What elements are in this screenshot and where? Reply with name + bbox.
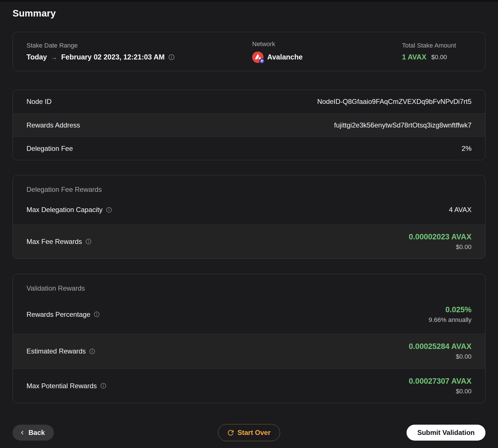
- avalanche-icon: P: [252, 52, 264, 63]
- info-icon[interactable]: [168, 54, 175, 60]
- node-id-value: NodeID-Q8Gfaaio9FAqCmZVEXDq9bFvNPvDi7rt5: [317, 98, 472, 106]
- network-name: Avalanche: [267, 53, 303, 61]
- max-potential-rewards-text: Max Potential Rewards: [26, 382, 97, 390]
- row-delegation-fee: Delegation Fee 2%: [13, 137, 485, 160]
- arrow-right-icon: →: [51, 53, 58, 61]
- stake-date-range: Stake Date Range Today → February 02 202…: [26, 42, 252, 61]
- node-id-label: Node ID: [26, 98, 52, 106]
- max-potential-rewards-label: Max Potential Rewards: [26, 382, 106, 390]
- max-fee-rewards-label: Max Fee Rewards: [26, 238, 91, 246]
- row-max-fee-rewards: Max Fee Rewards 0.00002023 AVAX $0.00: [13, 224, 485, 258]
- max-fee-rewards-cell: 0.00002023 AVAX $0.00: [409, 233, 472, 251]
- max-delegation-capacity-value: 4 AVAX: [449, 206, 472, 214]
- total-stake-amount: 1 AVAX: [402, 53, 426, 61]
- estimated-rewards-value: 0.00025284 AVAX: [409, 342, 472, 351]
- overview-card: Stake Date Range Today → February 02 202…: [13, 32, 485, 71]
- max-potential-rewards-value: 0.00027307 AVAX: [409, 377, 472, 386]
- max-fee-rewards-text: Max Fee Rewards: [26, 238, 82, 246]
- row-node-id: Node ID NodeID-Q8Gfaaio9FAqCmZVEXDq9bFvN…: [13, 90, 485, 113]
- max-delegation-capacity-label: Max Delegation Capacity: [26, 206, 112, 214]
- rewards-percentage-cell: 0.025% 9.66% annually: [429, 305, 472, 324]
- node-details-card: Node ID NodeID-Q8Gfaaio9FAqCmZVEXDq9bFvN…: [13, 90, 485, 160]
- estimated-rewards-cell: 0.00025284 AVAX $0.00: [409, 342, 472, 360]
- summary-page: Summary Stake Date Range Today → Februar…: [0, 8, 498, 441]
- rewards-percentage-annual: 9.66% annually: [429, 316, 472, 324]
- start-over-label: Start Over: [237, 429, 270, 437]
- row-max-potential-rewards: Max Potential Rewards 0.00027307 AVAX $0…: [13, 369, 485, 403]
- date-to: February 02 2023, 12:21:03 AM: [61, 53, 165, 61]
- delegation-fee-value: 2%: [462, 145, 472, 153]
- submit-validation-label: Submit Validation: [417, 429, 475, 437]
- max-potential-rewards-usd: $0.00: [456, 388, 472, 395]
- network-label: Network: [252, 40, 402, 48]
- rewards-percentage-text: Rewards Percentage: [26, 311, 90, 318]
- network: Network P Avalanche: [252, 40, 402, 63]
- row-max-delegation-capacity: Max Delegation Capacity 4 AVAX: [13, 194, 485, 224]
- max-potential-rewards-cell: 0.00027307 AVAX $0.00: [409, 377, 472, 395]
- footer-actions: Back Start Over Submit Validation: [13, 424, 485, 441]
- max-fee-rewards-usd: $0.00: [456, 243, 472, 251]
- row-rewards-percentage: Rewards Percentage 0.025% 9.66% annually: [13, 292, 485, 334]
- info-icon[interactable]: [94, 311, 100, 317]
- delegation-fee-label: Delegation Fee: [26, 145, 73, 153]
- total-stake-label: Total Stake Amount: [402, 42, 472, 49]
- back-button-label: Back: [28, 429, 45, 437]
- top-edge: [0, 0, 498, 2]
- p-chain-badge: P: [259, 58, 265, 64]
- estimated-rewards-text: Estimated Rewards: [26, 347, 86, 355]
- page-title: Summary: [13, 8, 485, 19]
- total-stake-usd: $0.00: [431, 54, 447, 61]
- max-fee-rewards-value: 0.00002023 AVAX: [409, 233, 472, 241]
- back-button[interactable]: Back: [13, 425, 54, 441]
- chevron-left-icon: [19, 430, 25, 435]
- submit-validation-button[interactable]: Submit Validation: [407, 425, 485, 441]
- total-stake: Total Stake Amount 1 AVAX $0.00: [402, 42, 472, 61]
- network-value: P Avalanche: [252, 52, 402, 63]
- stake-date-range-value: Today → February 02 2023, 12:21:03 AM: [26, 53, 252, 61]
- total-stake-value: 1 AVAX $0.00: [402, 53, 472, 61]
- refresh-icon: [227, 429, 234, 436]
- start-over-button[interactable]: Start Over: [218, 424, 280, 441]
- rewards-address-label: Rewards Address: [26, 121, 80, 129]
- info-icon[interactable]: [85, 239, 91, 244]
- validation-rewards-card: Validation Rewards Rewards Percentage 0.…: [13, 274, 485, 403]
- row-rewards-address: Rewards Address fujittgi2e3k56enytwSd78r…: [13, 113, 485, 137]
- rewards-address-value: fujittgi2e3k56enytwSd78rtOtsq3izg8wnftff…: [334, 121, 472, 129]
- info-icon[interactable]: [89, 348, 95, 354]
- estimated-rewards-label: Estimated Rewards: [26, 347, 95, 355]
- rewards-percentage-value: 0.025%: [445, 305, 472, 314]
- row-estimated-rewards: Estimated Rewards 0.00025284 AVAX $0.00: [13, 334, 485, 369]
- delegation-fee-rewards-title: Delegation Fee Rewards: [13, 175, 485, 194]
- delegation-fee-rewards-card: Delegation Fee Rewards Max Delegation Ca…: [13, 175, 485, 259]
- estimated-rewards-usd: $0.00: [456, 353, 472, 360]
- info-icon[interactable]: [106, 207, 112, 213]
- stake-date-range-label: Stake Date Range: [26, 42, 252, 49]
- date-from: Today: [26, 53, 47, 61]
- max-delegation-capacity-text: Max Delegation Capacity: [26, 206, 103, 214]
- validation-rewards-title: Validation Rewards: [13, 274, 485, 292]
- info-icon[interactable]: [100, 383, 106, 389]
- rewards-percentage-label: Rewards Percentage: [26, 311, 100, 318]
